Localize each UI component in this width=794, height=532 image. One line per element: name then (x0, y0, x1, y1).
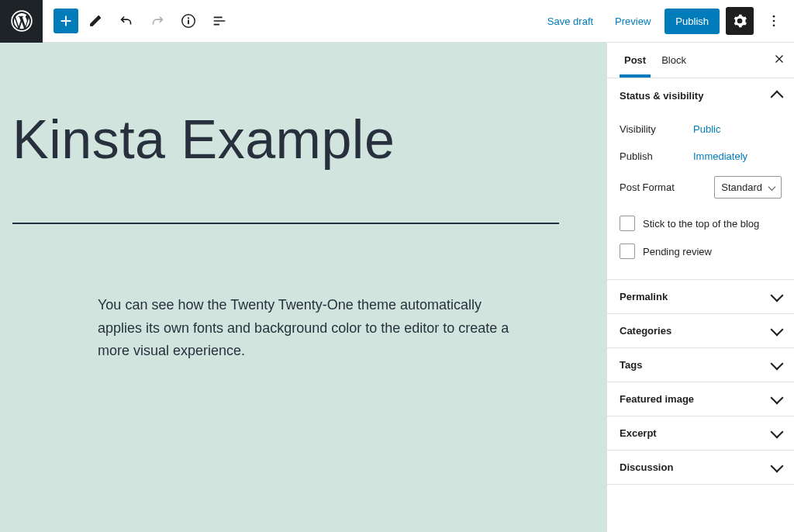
pending-checkbox[interactable] (620, 244, 635, 259)
toolbar-right-group: Save draft Preview Publish (540, 7, 794, 35)
post-title[interactable]: Kinsta Example (12, 112, 594, 167)
publish-button[interactable]: Publish (665, 9, 720, 34)
close-icon (772, 52, 786, 66)
post-format-row: Post Format Standard (620, 170, 782, 209)
svg-rect-3 (188, 20, 189, 25)
editor-body: Kinsta Example You can see how the Twent… (0, 43, 794, 532)
chevron-down-icon (771, 391, 784, 404)
separator-block[interactable] (12, 223, 559, 224)
settings-button[interactable] (726, 7, 754, 35)
preview-button[interactable]: Preview (607, 9, 658, 33)
publish-value[interactable]: Immediately (693, 150, 747, 162)
panel-title: Status & visibility (620, 90, 703, 102)
save-draft-button[interactable]: Save draft (540, 9, 601, 33)
tab-block[interactable]: Block (654, 43, 694, 77)
sticky-label: Stick to the top of the blog (643, 218, 759, 230)
visibility-value[interactable]: Public (693, 123, 720, 135)
panel-status-visibility: Status & visibility Visibility Public Pu… (607, 78, 794, 280)
chevron-down-icon (771, 459, 784, 472)
panel-title: Discussion (620, 461, 673, 473)
pencil-icon (87, 12, 104, 29)
sidebar-tabs: Post Block (607, 43, 794, 78)
publish-row: Publish Immediately (620, 143, 782, 170)
panel-title: Permalink (620, 291, 668, 302)
more-options-button[interactable] (760, 7, 788, 35)
panel-header-status[interactable]: Status & visibility (607, 78, 794, 112)
plus-icon (57, 12, 74, 29)
redo-button[interactable] (143, 7, 171, 35)
panel-title: Tags (620, 359, 642, 371)
kebab-icon (766, 13, 782, 29)
panel-header-categories[interactable]: Categories (607, 314, 794, 347)
panel-header-tags[interactable]: Tags (607, 348, 794, 382)
close-sidebar-button[interactable] (772, 52, 786, 68)
svg-point-6 (773, 25, 775, 27)
chevron-down-icon (771, 357, 784, 370)
wordpress-icon (11, 10, 33, 32)
info-icon (180, 12, 197, 29)
tab-post[interactable]: Post (616, 43, 654, 77)
undo-button[interactable] (112, 7, 140, 35)
add-block-button[interactable] (54, 9, 78, 33)
panel-categories: Categories (607, 314, 794, 348)
visibility-label: Visibility (620, 123, 693, 135)
panel-header-excerpt[interactable]: Excerpt (607, 416, 794, 450)
editor-canvas[interactable]: Kinsta Example You can see how the Twent… (0, 43, 606, 532)
svg-point-2 (188, 17, 189, 19)
chevron-down-icon (771, 288, 784, 302)
svg-point-5 (773, 20, 775, 22)
sticky-row: Stick to the top of the blog (620, 209, 782, 237)
panel-permalink: Permalink (607, 280, 794, 314)
canvas-inner: Kinsta Example You can see how the Twent… (0, 43, 606, 394)
panel-body-status: Visibility Public Publish Immediately Po… (607, 112, 794, 279)
post-format-label: Post Format (620, 181, 675, 193)
tools-button[interactable] (81, 7, 109, 35)
panel-title: Featured image (620, 393, 694, 405)
panel-title: Excerpt (620, 427, 657, 439)
chevron-down-icon (771, 425, 784, 438)
gear-icon (732, 13, 747, 29)
chevron-up-icon (771, 91, 784, 104)
sticky-checkbox[interactable] (620, 216, 635, 231)
panel-header-discussion[interactable]: Discussion (607, 451, 794, 484)
info-button[interactable] (174, 7, 202, 35)
chevron-down-icon (771, 323, 784, 336)
outline-button[interactable] (205, 7, 233, 35)
panel-title: Categories (620, 325, 671, 337)
pending-row: Pending review (620, 237, 782, 265)
redo-icon (149, 12, 166, 29)
paragraph-block[interactable]: You can see how the Twenty Twenty-One th… (98, 294, 516, 363)
panel-tags: Tags (607, 348, 794, 382)
pending-label: Pending review (643, 246, 712, 257)
panel-header-permalink[interactable]: Permalink (607, 280, 794, 313)
panel-featured-image: Featured image (607, 382, 794, 416)
undo-icon (118, 12, 135, 29)
toolbar-left-group (43, 7, 233, 35)
wordpress-logo-button[interactable] (0, 0, 43, 43)
visibility-row: Visibility Public (620, 116, 782, 143)
list-view-icon (211, 12, 228, 29)
settings-sidebar: Post Block Status & visibility Visibilit… (606, 43, 794, 532)
panel-header-featured-image[interactable]: Featured image (607, 382, 794, 416)
post-format-select[interactable]: Standard (714, 176, 782, 199)
panel-discussion: Discussion (607, 451, 794, 485)
app-root: Save draft Preview Publish Kinsta Exampl… (0, 0, 794, 532)
publish-label: Publish (620, 150, 693, 162)
panel-excerpt: Excerpt (607, 416, 794, 451)
svg-point-4 (773, 16, 775, 18)
editor-toolbar: Save draft Preview Publish (0, 0, 794, 43)
